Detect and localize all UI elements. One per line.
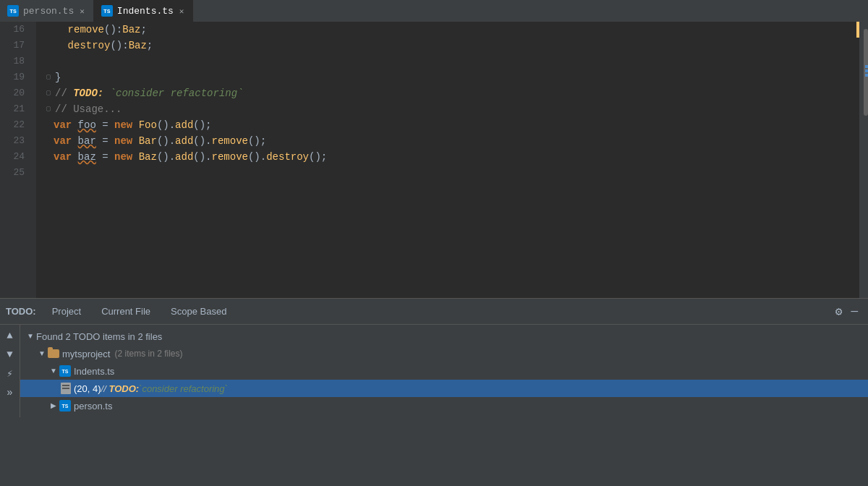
tab-label-active: Indents.ts xyxy=(117,6,174,17)
code-content[interactable]: remove():Baz; destroy():Baz; ▢} ▢// TODO… xyxy=(36,22,859,298)
line-num-19: 19 xyxy=(0,69,30,85)
tree-todo-prefix: (20, 4) xyxy=(74,383,101,394)
ts-file-icon-person: TS xyxy=(59,400,71,412)
tab-label: person.ts xyxy=(23,6,74,17)
settings-button[interactable]: ⚙ xyxy=(831,302,847,322)
tree-arrow-person: ▶ xyxy=(49,401,58,410)
fold-icon-20[interactable]: ▢ xyxy=(43,88,54,98)
ts-file-icon-indents: TS xyxy=(59,365,71,377)
scroll-marker-3 xyxy=(865,74,868,77)
tab-close-indents[interactable]: ✕ xyxy=(178,6,186,17)
line-num-16: 16 xyxy=(0,22,30,38)
todo-toolbar: TODO: Project Current File Scope Based ⚙… xyxy=(0,299,868,325)
tab-close-person[interactable]: ✕ xyxy=(78,6,86,17)
todo-side-buttons: ▲ ▼ ⚡ » xyxy=(0,325,20,417)
editor-scrollbar[interactable] xyxy=(859,22,868,298)
filter-button[interactable]: ⚡ xyxy=(4,365,15,382)
tree-arrow-summary: ▼ xyxy=(26,332,35,341)
scroll-marker-1 xyxy=(865,65,868,68)
tab-bar: TS person.ts ✕ TS Indents.ts ✕ xyxy=(0,0,868,22)
tree-person-name: person.ts xyxy=(74,401,112,412)
tab-person-ts[interactable]: TS person.ts ✕ xyxy=(0,0,94,22)
todo-tab-scope-based[interactable]: Scope Based xyxy=(161,303,237,320)
code-line-20: ▢// TODO: `consider refactoring` xyxy=(43,85,859,101)
code-line-24: var baz = new Baz().add().remove().destr… xyxy=(43,149,859,165)
tree-todo-backtick: `consider refactoring` xyxy=(139,383,228,394)
code-line-23: var bar = new Bar().add().remove(); xyxy=(43,133,859,149)
line-num-17: 17 xyxy=(0,38,30,54)
scroll-down-button[interactable]: ▼ xyxy=(4,346,15,362)
scrollbar-thumb[interactable] xyxy=(864,29,868,116)
tree-project-name: mytsproject xyxy=(62,349,110,359)
tab-indents-ts[interactable]: TS Indents.ts ✕ xyxy=(94,0,194,22)
tree-summary-text: Found 2 TODO items in 2 files xyxy=(36,331,162,342)
tree-todo-comment-slash: // xyxy=(101,383,109,394)
editor-area: 16 17 18 19 20 21 22 23 24 25 remove():B… xyxy=(0,22,868,298)
line-num-21: 21 xyxy=(0,101,30,117)
doc-icon-todo1 xyxy=(61,383,71,394)
scroll-up-button[interactable]: ▲ xyxy=(4,328,15,344)
line-num-23: 23 xyxy=(0,133,30,149)
minimize-button[interactable]: — xyxy=(846,302,862,321)
code-line-17: destroy():Baz; xyxy=(43,38,859,54)
ts-icon-active: TS xyxy=(101,5,113,17)
tree-arrow-project: ▼ xyxy=(38,349,46,358)
line-num-18: 18 xyxy=(0,54,30,69)
tree-arrow-indents: ▼ xyxy=(49,367,58,375)
line-num-24: 24 xyxy=(0,149,30,165)
line-num-25: 25 xyxy=(0,165,30,181)
tree-project-meta: (2 items in 2 files) xyxy=(114,349,182,359)
tree-todo-item-1[interactable]: (20, 4) // TODO: `consider refactoring` xyxy=(20,380,868,397)
todo-side: ▲ ▼ ⚡ » ▼ Found 2 TODO items in 2 files … xyxy=(0,325,868,417)
fold-icon-21[interactable]: ▢ xyxy=(43,104,54,114)
code-line-18 xyxy=(43,54,859,69)
tree-person-file[interactable]: ▶ TS person.ts xyxy=(20,397,868,414)
folder-icon-project xyxy=(48,349,59,358)
tree-summary-row: ▼ Found 2 TODO items in 2 files xyxy=(20,328,868,345)
line-num-22: 22 xyxy=(0,117,30,133)
code-line-22: var foo = new Foo().add(); xyxy=(43,117,859,133)
code-line-25 xyxy=(43,165,859,181)
code-line-19: ▢} xyxy=(43,69,859,85)
scroll-marker-2 xyxy=(865,69,868,72)
line-num-20: 20 xyxy=(0,85,30,101)
tree-todo-keyword: TODO: xyxy=(109,383,139,394)
todo-panel-label: TODO: xyxy=(6,306,36,317)
todo-tab-project[interactable]: Project xyxy=(42,303,91,320)
line-numbers: 16 17 18 19 20 21 22 23 24 25 xyxy=(0,22,36,298)
code-line-21: ▢// Usage... xyxy=(43,101,859,117)
ts-icon: TS xyxy=(7,5,19,17)
todo-tab-current-file[interactable]: Current File xyxy=(91,303,161,320)
todo-tree[interactable]: ▼ Found 2 TODO items in 2 files ▼ mytspr… xyxy=(20,325,868,417)
fold-icon-19[interactable]: ▢ xyxy=(43,72,54,82)
todo-panel: TODO: Project Current File Scope Based ⚙… xyxy=(0,298,868,486)
tree-indents-file[interactable]: ▼ TS Indents.ts xyxy=(20,362,868,380)
tree-project-folder[interactable]: ▼ mytsproject (2 items in 2 files) xyxy=(20,345,868,362)
code-line-16: remove():Baz; xyxy=(43,22,859,38)
expand-button[interactable]: » xyxy=(4,385,15,401)
tree-indents-name: Indents.ts xyxy=(74,366,114,377)
